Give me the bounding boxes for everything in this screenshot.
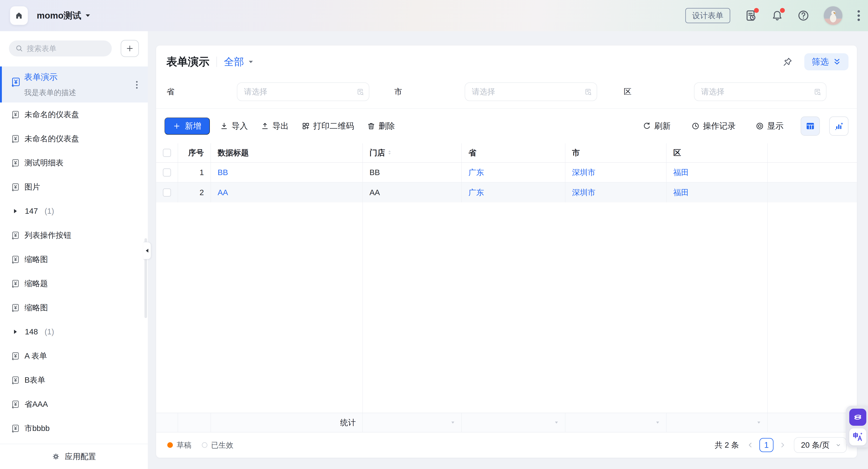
cell-province-link[interactable]: 广东 xyxy=(468,167,484,178)
sidebar-item[interactable]: 列表操作按钮 xyxy=(0,223,148,247)
row-checkbox[interactable] xyxy=(163,168,171,177)
sidebar-item[interactable]: 未命名的仪表盘 xyxy=(0,102,148,127)
scope-selector[interactable]: 全部 xyxy=(224,55,253,69)
filter-row: 省 市 区 xyxy=(156,75,857,108)
operation-log-button[interactable]: 操作记录 xyxy=(691,121,736,131)
filter-select-city xyxy=(465,83,597,101)
frozen-column-divider xyxy=(767,202,768,413)
sidebar-group-label: 147 xyxy=(25,207,38,216)
sidebar-item[interactable]: 未命名的仪表盘 xyxy=(0,127,148,151)
province-select-input[interactable] xyxy=(237,83,369,101)
chart-view-toggle[interactable] xyxy=(829,117,848,136)
print-qr-button[interactable]: 打印二维码 xyxy=(302,121,354,131)
cell-store: AA xyxy=(363,183,462,202)
sidebar-item[interactable]: B表单 xyxy=(0,368,148,392)
form-icon xyxy=(11,376,20,384)
sidebar: 表单演示 我是表单的描述 未命名的仪表盘 未命名的仪表盘 测试明细表 图片 14… xyxy=(0,31,148,469)
page-size-select[interactable]: 20 条/页 xyxy=(794,437,847,453)
filter-button[interactable]: 筛选 xyxy=(804,53,848,70)
sidebar-item[interactable]: 缩略题 xyxy=(0,272,148,295)
sidebar-list: 未命名的仪表盘 未命名的仪表盘 测试明细表 图片 147 (1) 列表操作按钮 … xyxy=(0,102,148,440)
sidebar-item[interactable]: 缩略图 xyxy=(0,247,148,272)
sidebar-item-active[interactable]: 表单演示 我是表单的描述 xyxy=(0,66,148,102)
sidebar-group[interactable]: 148 (1) xyxy=(0,320,148,344)
translate-button[interactable] xyxy=(849,428,866,445)
table-row[interactable]: 2 AA AA 广东 深圳市 福田 xyxy=(156,183,857,202)
sidebar-item[interactable]: A 表单 xyxy=(0,344,148,368)
cell-district-link[interactable]: 福田 xyxy=(673,187,689,198)
select-all-checkbox[interactable] xyxy=(163,149,171,157)
add-record-label: 新增 xyxy=(185,121,201,131)
pin-icon[interactable] xyxy=(782,57,793,67)
form-icon xyxy=(11,424,20,433)
sidebar-group-label: 148 xyxy=(25,327,38,336)
cell-title-link[interactable]: AA xyxy=(218,188,228,197)
export-button[interactable]: 导出 xyxy=(261,121,289,131)
add-form-button[interactable] xyxy=(121,40,139,57)
assistant-button[interactable] xyxy=(849,409,866,426)
stats-dropdown-icon[interactable] xyxy=(555,421,558,424)
form-data-panel: 表单演示 全部 筛选 省 xyxy=(156,45,857,458)
translate-icon xyxy=(852,432,863,442)
row-checkbox[interactable] xyxy=(163,188,171,197)
select-picker-icon[interactable] xyxy=(356,88,364,96)
table-header-row: 序号 数据标题 门店 省 市 区 xyxy=(156,143,857,163)
page-size-value: 20 条/页 xyxy=(801,440,830,450)
table-row[interactable]: 1 BB BB 广东 深圳市 福田 xyxy=(156,163,857,183)
display-button[interactable]: 显示 xyxy=(756,121,783,131)
sidebar-item[interactable]: 测试明细表 xyxy=(0,151,148,175)
sidebar-item[interactable]: 图片 xyxy=(0,175,148,199)
table-view-toggle[interactable] xyxy=(801,117,820,136)
caret-right-icon[interactable] xyxy=(13,330,18,334)
city-select-input[interactable] xyxy=(465,83,597,101)
app-settings-button[interactable]: 应用配置 xyxy=(0,444,148,469)
item-more-icon[interactable] xyxy=(135,81,138,89)
cell-district-link[interactable]: 福田 xyxy=(673,167,689,178)
sort-icon[interactable] xyxy=(388,150,392,156)
refresh-button[interactable]: 刷新 xyxy=(643,121,671,131)
sidebar-item[interactable]: 省AAA xyxy=(0,392,148,416)
cell-city-link[interactable]: 深圳市 xyxy=(572,167,595,178)
table-empty-area xyxy=(156,202,857,413)
next-page-icon[interactable] xyxy=(780,442,785,448)
app-settings-label: 应用配置 xyxy=(65,451,96,462)
app-switch-caret-icon[interactable] xyxy=(85,14,90,17)
caret-right-icon[interactable] xyxy=(13,209,18,214)
legend-effective: 已生效 xyxy=(202,440,234,450)
notification-bell-icon[interactable] xyxy=(771,9,783,22)
draft-label: 草稿 xyxy=(177,440,191,450)
cell-city-link[interactable]: 深圳市 xyxy=(572,187,595,198)
todo-badge xyxy=(754,8,759,13)
delete-button[interactable]: 删除 xyxy=(367,121,395,131)
legend-draft: 草稿 xyxy=(167,440,191,450)
sidebar-item[interactable]: 市bbbb xyxy=(0,416,148,440)
stats-dropdown-icon[interactable] xyxy=(757,421,761,424)
design-form-button[interactable]: 设计表单 xyxy=(685,8,730,23)
form-icon xyxy=(11,231,20,240)
add-record-button[interactable]: 新增 xyxy=(164,118,210,135)
sidebar-group[interactable]: 147 (1) xyxy=(0,199,148,223)
select-picker-icon[interactable] xyxy=(584,88,592,96)
import-button[interactable]: 导入 xyxy=(220,121,248,131)
search-input[interactable] xyxy=(27,44,105,53)
todo-icon[interactable] xyxy=(745,9,757,22)
cell-title-link[interactable]: BB xyxy=(218,168,228,177)
refresh-label: 刷新 xyxy=(654,121,671,131)
app-title[interactable]: momo测试 xyxy=(37,10,81,22)
cell-province-link[interactable]: 广东 xyxy=(468,187,484,198)
avatar[interactable] xyxy=(824,6,842,25)
stats-dropdown-icon[interactable] xyxy=(451,421,455,424)
sidebar-item[interactable]: 缩略图 xyxy=(0,295,148,320)
select-picker-icon[interactable] xyxy=(813,88,821,96)
home-button[interactable] xyxy=(10,6,28,25)
form-icon xyxy=(11,255,20,264)
current-page-button[interactable]: 1 xyxy=(760,438,774,452)
column-header-store[interactable]: 门店 xyxy=(363,143,462,162)
form-icon xyxy=(11,352,20,360)
help-icon[interactable] xyxy=(798,10,809,22)
district-select-input[interactable] xyxy=(694,83,827,101)
sidebar-collapse-handle[interactable] xyxy=(143,242,151,259)
prev-page-icon[interactable] xyxy=(747,442,753,448)
stats-dropdown-icon[interactable] xyxy=(656,421,659,424)
more-menu-icon[interactable] xyxy=(857,9,861,22)
